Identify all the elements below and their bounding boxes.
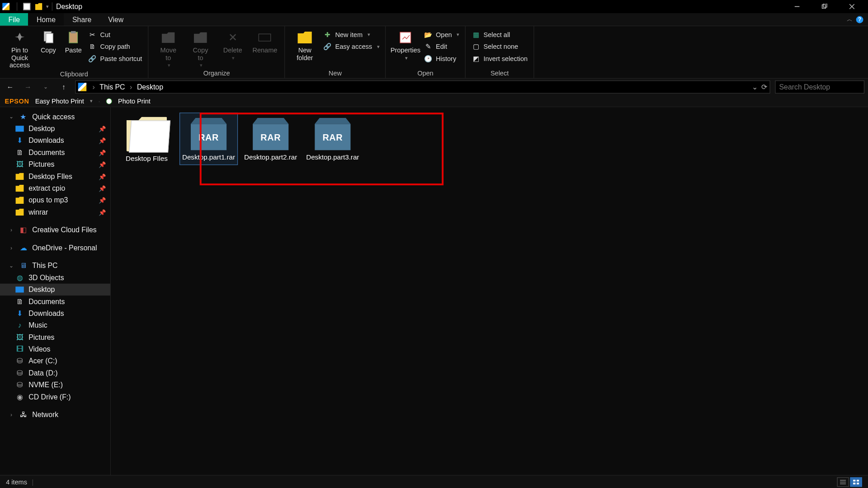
tab-view[interactable]: View [100, 13, 132, 26]
tree-item-label: Pictures [28, 333, 54, 341]
pc-icon: 🖥 [19, 262, 27, 270]
epson-easy-photo-print[interactable]: Easy Photo Print [35, 98, 84, 105]
refresh-button[interactable]: ⟳ [761, 83, 767, 91]
folder-icon [15, 173, 24, 180]
cut-button[interactable]: ✂Cut [87, 30, 143, 39]
ribbon-tabs: File Home Share View ︿ ? [0, 13, 868, 26]
maximize-button[interactable] [811, 0, 838, 13]
tree-item[interactable]: Desktop FIles📌 [0, 170, 110, 182]
invert-selection-button[interactable]: ◩Invert selection [470, 54, 528, 63]
documents-icon: 🗎 [15, 297, 24, 305]
ribbon-group-label: New [290, 69, 380, 78]
properties-button[interactable]: Properties▾ [391, 28, 420, 61]
tree-item[interactable]: opus to mp3📌 [0, 194, 110, 206]
copy-button[interactable]: Copy [37, 28, 60, 54]
tree-item[interactable]: winrar📌 [0, 206, 110, 218]
forward-button[interactable]: → [21, 80, 34, 94]
tree-onedrive[interactable]: ›☁OneDrive - Personal [0, 242, 110, 253]
copy-to-button[interactable]: Copy to▾ [186, 28, 216, 68]
tree-item-label: 3D Objects [28, 273, 64, 282]
tree-item[interactable]: extract cpio📌 [0, 183, 110, 194]
content-area[interactable]: Desktop FIlesRARDesktop.part1.rarRARDesk… [111, 107, 868, 475]
copy-path-button[interactable]: 🗎Copy path [87, 42, 143, 51]
address-dropdown-icon[interactable]: ⌄ [752, 83, 758, 91]
pin-quick-access-button[interactable]: Pin to Quick access [5, 28, 35, 69]
file-item[interactable]: Desktop FIles [118, 113, 175, 166]
drive-icon: ⛁ [15, 357, 24, 365]
tree-item[interactable]: ♪Music [0, 319, 110, 331]
new-item-button[interactable]: ✚New item▾ [322, 30, 381, 39]
close-button[interactable] [838, 0, 866, 13]
tree-item[interactable]: Desktop [0, 284, 110, 296]
select-all-button[interactable]: ▦Select all [470, 30, 528, 39]
tree-item[interactable]: Desktop📌 [0, 123, 110, 135]
rename-button[interactable]: Rename [250, 28, 280, 54]
search-box[interactable]: 🔍 [775, 80, 864, 94]
tree-item[interactable]: ⛁Acer (C:) [0, 355, 110, 367]
qat-properties-icon[interactable] [23, 3, 30, 10]
delete-button[interactable]: ✕Delete▾ [218, 28, 248, 61]
epson-photo-print[interactable]: Photo Print [118, 98, 151, 105]
tree-item[interactable]: ⛁Data (D:) [0, 367, 110, 379]
pin-icon: 📌 [99, 185, 106, 192]
search-input[interactable] [779, 83, 868, 91]
tree-this-pc[interactable]: ⌄🖥This PC [0, 260, 110, 272]
tab-home[interactable]: Home [28, 13, 64, 26]
easy-access-button[interactable]: 🔗Easy access▾ [322, 42, 381, 51]
tree-item[interactable]: ⬇Downloads📌 [0, 135, 110, 146]
folder-icon [127, 117, 167, 151]
tree-item[interactable]: 🎞Videos [0, 343, 110, 355]
qat-dropdown-icon[interactable]: ▾ [46, 4, 48, 9]
paste-shortcut-button[interactable]: 🔗Paste shortcut [87, 54, 143, 63]
back-button[interactable]: ← [4, 80, 17, 94]
tree-network[interactable]: ›🖧Network [0, 409, 110, 421]
icons-view-button[interactable] [850, 477, 862, 487]
tree-item[interactable]: ◍3D Objects [0, 272, 110, 283]
tab-share[interactable]: Share [64, 13, 100, 26]
tree-item[interactable]: 🖼Pictures [0, 331, 110, 343]
paste-button[interactable]: Paste [62, 28, 85, 54]
tab-file[interactable]: File [0, 13, 28, 26]
nav-pane[interactable]: ⌄★Quick access Desktop📌⬇Downloads📌🗎Docum… [0, 107, 111, 475]
file-item[interactable]: RARDesktop.part1.rar [180, 113, 237, 164]
select-all-icon: ▦ [472, 30, 480, 38]
details-view-button[interactable] [837, 477, 849, 487]
history-button[interactable]: 🕑History [423, 54, 460, 63]
up-button[interactable]: ↑ [57, 80, 71, 94]
recent-dropdown[interactable]: ⌄ [39, 80, 52, 94]
chevron-right-icon[interactable]: › [130, 83, 132, 91]
address-bar[interactable]: › This PC › Desktop ⌄ ⟳ [75, 80, 770, 94]
collapse-ribbon-icon[interactable]: ︿ [847, 15, 853, 23]
music-icon: ♪ [15, 321, 24, 329]
tree-quick-access[interactable]: ⌄★Quick access [0, 111, 110, 122]
ribbon: Pin to Quick access Copy Paste ✂Cut 🗎Cop… [0, 26, 868, 79]
tree-item[interactable]: 🖼Pictures📌 [0, 159, 110, 170]
tree-item[interactable]: 🗎Documents📌 [0, 146, 110, 158]
tree-item-label: Data (D:) [28, 369, 57, 377]
ribbon-group-open: Properties▾ 📂Open▾ ✎Edit 🕑History Open [386, 26, 466, 78]
new-folder-button[interactable]: New folder [290, 28, 320, 62]
svg-rect-8 [71, 31, 76, 33]
help-icon[interactable]: ? [856, 16, 863, 23]
file-item[interactable]: RARDesktop.part3.rar [304, 113, 362, 164]
tree-item[interactable]: ⛁NVME (E:) [0, 379, 110, 391]
file-item[interactable]: RARDesktop.part2.rar [242, 113, 299, 164]
breadcrumb[interactable]: Desktop [135, 83, 166, 91]
edit-button[interactable]: ✎Edit [423, 42, 460, 51]
tree-item[interactable]: ⬇Downloads [0, 307, 110, 319]
tree-creative-cloud[interactable]: ›◧Creative Cloud Files [0, 224, 110, 236]
paste-shortcut-icon: 🔗 [88, 54, 96, 62]
qat-newfolder-icon[interactable] [35, 3, 42, 10]
move-to-button[interactable]: Move to▾ [153, 28, 183, 68]
chevron-right-icon[interactable]: › [92, 83, 94, 91]
select-none-button[interactable]: ▢Select none [470, 42, 528, 51]
tree-item[interactable]: 🗎Documents [0, 296, 110, 307]
separator [52, 2, 52, 10]
3d-icon: ◍ [15, 273, 24, 282]
tree-item-label: Music [28, 321, 47, 329]
open-button[interactable]: 📂Open▾ [423, 30, 460, 39]
breadcrumb[interactable]: This PC [97, 83, 127, 91]
minimize-button[interactable] [783, 0, 811, 13]
chevron-down-icon[interactable]: ▾ [90, 99, 92, 104]
tree-item[interactable]: ◉CD Drive (F:) [0, 391, 110, 403]
